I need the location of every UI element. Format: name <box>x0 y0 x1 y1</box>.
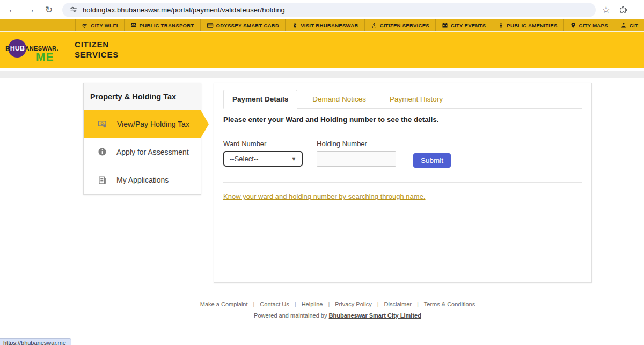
topbar-item-city-wifi[interactable]: CITY WI-FI <box>75 19 123 31</box>
card-icon <box>207 22 214 29</box>
footer-link-disclaimer[interactable]: Disclaimer <box>384 301 419 307</box>
smart-city-link[interactable]: Bhubaneswar Smart City Limited <box>329 312 421 319</box>
logo-mark: B HUB ANESWAR. ME <box>5 36 63 64</box>
footer: Make a Complaint Contact Us Helpline Pri… <box>83 299 592 319</box>
form-divider <box>223 182 582 183</box>
sidebar-item-my-applications[interactable]: My Applications <box>84 166 201 194</box>
footer-link-make-a-complaint[interactable]: Make a Complaint <box>200 301 255 307</box>
lookup-form: Ward Number --Select-- ▼ Holding Number … <box>223 130 582 168</box>
footer-link-contact-us[interactable]: Contact Us <box>260 301 296 307</box>
sidebar-item-label: View/Pay Holding Tax <box>117 120 189 128</box>
bus-icon <box>130 22 137 28</box>
tab-payment-history[interactable]: Payment History <box>381 90 451 108</box>
applications-icon <box>98 176 107 185</box>
tab-payment-details[interactable]: Payment Details <box>223 90 297 109</box>
payment-panel: Payment Details Demand Notices Payment H… <box>214 83 592 283</box>
bhubaneswar-me-logo[interactable]: B HUB ANESWAR. ME CITIZEN SERVICES <box>5 36 119 64</box>
logo-divider <box>67 40 67 60</box>
topbar-item-public-transport[interactable]: PUBLIC TRANSPORT <box>124 19 200 31</box>
topbar-item-city-events[interactable]: CITY EVENTS <box>435 19 492 31</box>
topbar-item-truncated[interactable]: CIT <box>614 19 644 31</box>
topbar-item-visit-bhubaneswar[interactable]: VISIT BHUBANESWAR <box>285 19 364 31</box>
logo-me: ME <box>36 51 54 63</box>
logo-hub-circle: HUB <box>8 39 26 58</box>
topbar-item-public-amenities[interactable]: PUBLIC AMENITIES <box>492 19 563 31</box>
footer-link-helpline[interactable]: Helpline <box>302 301 330 307</box>
site-header: B HUB ANESWAR. ME CITIZEN SERVICES <box>0 32 644 68</box>
instruction-text: Please enter your Ward and Holding numbe… <box>223 109 582 130</box>
search-by-name-link[interactable]: Know your ward and holding number by sea… <box>223 192 426 200</box>
tab-demand-notices[interactable]: Demand Notices <box>304 90 375 108</box>
topbar-item-odyssey-card[interactable]: ODYSSEY SMART CARD <box>200 19 286 31</box>
ward-number-group: Ward Number --Select-- ▼ <box>223 140 303 167</box>
powered-by: Powered and maintained by Bhubaneswar Sm… <box>83 312 592 319</box>
person-icon <box>620 22 627 28</box>
sidebar: Property & Holding Tax $ View/Pay Holdin… <box>83 83 201 195</box>
address-bar[interactable]: holdingtax.bhubaneswar.me/portal/payment… <box>62 3 596 17</box>
extensions-icon[interactable] <box>619 5 627 14</box>
info-icon <box>98 147 107 156</box>
footer-links: Make a Complaint Contact Us Helpline Pri… <box>200 301 475 307</box>
topbar-item-city-maps[interactable]: CITY MAPS <box>564 19 614 31</box>
sidebar-title: Property & Holding Tax <box>84 83 201 110</box>
wifi-icon <box>82 22 88 28</box>
status-bar-link-preview: https://bhubaneswar.me <box>0 338 71 345</box>
reload-button[interactable]: ↻ <box>42 3 56 17</box>
ward-number-label: Ward Number <box>223 140 303 148</box>
accessible-icon <box>371 22 377 28</box>
header-shadow-band <box>0 71 644 78</box>
sidebar-item-apply-for-assessment[interactable]: Apply for Assessment <box>84 138 201 166</box>
url-text: holdingtax.bhubaneswar.me/portal/payment… <box>83 6 285 14</box>
tab-bar: Payment Details Demand Notices Payment H… <box>223 83 582 109</box>
holding-number-label: Holding Number <box>317 140 396 148</box>
topbar-item-citizen-services[interactable]: CITIZEN SERVICES <box>364 19 435 31</box>
browser-toolbar: ← → ↻ holdingtax.bhubaneswar.me/portal/p… <box>0 0 644 19</box>
sidebar-item-view-pay-holding-tax[interactable]: $ View/Pay Holding Tax <box>84 110 201 138</box>
sidebar-item-label: Apply for Assessment <box>116 148 189 156</box>
back-button[interactable]: ← <box>5 3 19 17</box>
ward-number-select[interactable]: --Select-- ▼ <box>223 151 303 167</box>
forward-button[interactable]: → <box>24 3 38 17</box>
bookmark-star-icon[interactable]: ☆ <box>602 4 610 16</box>
toolbar-divider <box>636 5 636 15</box>
holding-number-group: Holding Number <box>317 140 396 167</box>
amenity-icon <box>498 23 504 28</box>
footer-link-privacy-policy[interactable]: Privacy Policy <box>335 301 378 307</box>
holding-number-input[interactable] <box>317 151 396 167</box>
chevron-down-icon: ▼ <box>291 156 296 162</box>
walk-icon <box>291 22 298 28</box>
city-quicklinks-bar: CITY WI-FI PUBLIC TRANSPORT ODYSSEY SMAR… <box>0 19 644 32</box>
map-icon <box>570 22 576 28</box>
calendar-icon <box>442 22 448 28</box>
submit-button[interactable]: Submit <box>413 153 451 168</box>
main-content: Property & Holding Tax $ View/Pay Holdin… <box>83 83 592 283</box>
site-settings-icon[interactable] <box>70 6 77 13</box>
site-title: CITIZEN SERVICES <box>75 40 119 60</box>
footer-link-terms[interactable]: Terms & Conditions <box>424 301 475 307</box>
payment-icon: $ <box>98 119 107 129</box>
sidebar-item-label: My Applications <box>116 176 169 184</box>
